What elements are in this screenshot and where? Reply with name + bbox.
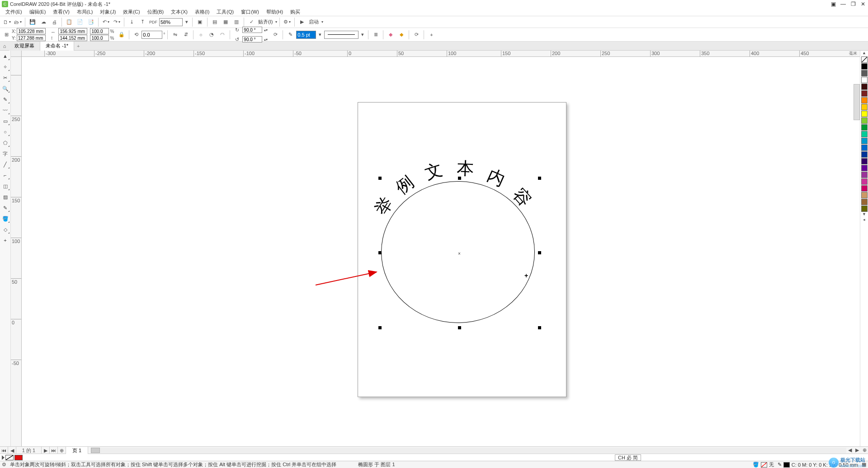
selection-handle-se[interactable] <box>538 326 541 329</box>
palette-swatch[interactable] <box>861 77 868 83</box>
palette-swatch[interactable] <box>861 165 868 171</box>
artistic-media-tool[interactable]: 〰 <box>1 106 10 115</box>
fill-tool[interactable]: 🪣 <box>1 214 10 223</box>
canvas[interactable]: 举例文本内容 × + <box>22 57 860 446</box>
palette-swatch[interactable] <box>861 63 868 70</box>
start-angle-input[interactable] <box>242 27 262 33</box>
height-input[interactable] <box>58 35 87 41</box>
palette-swatch[interactable] <box>861 97 868 103</box>
pdf-button[interactable]: PDF <box>148 17 158 27</box>
horizontal-ruler[interactable]: -300-250-200-150-100-5005010015020025030… <box>22 51 860 57</box>
menu-table[interactable]: 表格(I) <box>191 9 213 15</box>
palette-swatch[interactable] <box>861 138 868 144</box>
palette-swatch[interactable] <box>861 178 868 185</box>
palette-flyout-button[interactable]: ◂ <box>861 217 868 223</box>
launch-label[interactable]: 启动 <box>308 19 320 25</box>
palette-none-swatch[interactable] <box>861 56 868 63</box>
palette-swatch[interactable] <box>861 104 868 110</box>
ime-indicator[interactable]: CH 必 简 <box>615 454 641 461</box>
shape-tool[interactable]: ✧ <box>1 62 10 71</box>
outline-tool[interactable]: ◇ <box>1 225 10 234</box>
transparency-tool[interactable]: ▨ <box>1 192 10 201</box>
copy-button[interactable]: 📋 <box>64 17 74 27</box>
mirror-v-button[interactable]: ⇵ <box>181 30 191 40</box>
palette-swatch[interactable] <box>861 131 868 137</box>
to-back-button[interactable]: ◆ <box>396 30 406 40</box>
paste-button[interactable]: 📄 <box>75 17 85 27</box>
hscroll-thumb[interactable] <box>91 448 100 453</box>
launch-icon[interactable]: ▶ <box>297 17 307 27</box>
redo-button[interactable]: ↷▾ <box>112 17 122 27</box>
outline-width-dropdown[interactable]: ▾ <box>317 30 323 40</box>
vertical-scrollbar[interactable] <box>854 84 860 120</box>
swap-angles-button[interactable]: ⟳ <box>270 30 280 40</box>
page-next-button[interactable]: ▶ <box>42 447 50 454</box>
selection-handle-e[interactable] <box>538 251 541 254</box>
x-input[interactable] <box>17 28 46 34</box>
menu-bitmaps[interactable]: 位图(B) <box>144 9 168 15</box>
hscroll-right[interactable]: ▶ <box>854 447 861 453</box>
outline-style-dropdown[interactable] <box>324 31 359 39</box>
wrap-text-button[interactable]: ≣ <box>371 30 381 40</box>
menu-effects[interactable]: 效果(C) <box>119 9 143 15</box>
fill-none-swatch[interactable] <box>5 455 14 460</box>
palette-swatch[interactable] <box>861 145 868 151</box>
selection-handle-s[interactable] <box>458 326 461 329</box>
rectangle-tool[interactable]: ▭ <box>1 117 10 126</box>
color-flyout-button[interactable] <box>2 455 5 460</box>
page-first-button[interactable]: ⏮ <box>0 447 8 454</box>
palette-swatch[interactable] <box>861 199 868 205</box>
end-angle-input[interactable] <box>242 36 262 42</box>
scale-x-input[interactable] <box>90 28 109 34</box>
ellipse-tool[interactable]: ○ <box>1 127 10 136</box>
status-gear-icon[interactable]: ⚙ <box>2 462 6 468</box>
home-tab-icon[interactable]: ⌂ <box>0 43 9 49</box>
menu-view[interactable]: 查看(V) <box>49 9 73 15</box>
palette-swatch[interactable] <box>861 151 868 158</box>
selection-handle-w[interactable] <box>378 251 382 254</box>
new-doc-button[interactable]: 🗋▾ <box>2 17 12 27</box>
convert-curves-button[interactable]: ⟳ <box>411 30 421 40</box>
scale-y-input[interactable] <box>90 35 109 41</box>
maximize-button[interactable]: ❐ <box>848 1 858 7</box>
zoom-tool[interactable]: 🔍 <box>1 84 10 93</box>
export-button[interactable]: ⤒ <box>137 17 147 27</box>
mirror-h-button[interactable]: ⇋ <box>170 30 180 40</box>
zoom-dropdown[interactable]: ▾ <box>184 17 190 27</box>
page-add-button[interactable]: ⊕ <box>58 447 66 454</box>
snap-label[interactable]: 贴齐(I) <box>257 19 274 25</box>
clipboard-button[interactable]: 📑 <box>86 17 96 27</box>
lock-ratio-button[interactable]: 🔒 <box>117 30 127 40</box>
close-button[interactable]: ✕ <box>858 1 868 7</box>
y-input[interactable] <box>17 35 46 41</box>
menu-help[interactable]: 帮助(H) <box>263 9 287 15</box>
minimize-button[interactable]: — <box>838 1 848 7</box>
tab-welcome[interactable]: 欢迎屏幕 <box>9 42 40 51</box>
palette-swatch[interactable] <box>861 192 868 198</box>
polygon-tool[interactable]: ⬠ <box>1 138 10 147</box>
selection-handle-nw[interactable] <box>378 177 382 180</box>
connector-tool[interactable]: ⌐ <box>1 171 10 180</box>
palette-swatch[interactable] <box>861 158 868 164</box>
selection-handle-ne[interactable] <box>538 177 541 180</box>
options-button[interactable]: ⚙▾ <box>282 17 292 27</box>
grid-button[interactable]: ▦ <box>221 17 231 27</box>
width-input[interactable] <box>58 28 87 34</box>
snap-dropdown[interactable]: ▾ <box>274 20 277 24</box>
palette-swatch[interactable] <box>861 124 868 131</box>
outline-width-input[interactable] <box>296 31 316 39</box>
zoom-input[interactable] <box>159 18 183 26</box>
angle-stepper[interactable]: ▴▾ <box>263 37 268 42</box>
palette-swatch[interactable] <box>861 172 868 178</box>
print-button[interactable]: 🖨 <box>49 17 59 27</box>
launch-dropdown[interactable]: ▾ <box>321 20 323 24</box>
eyedropper-tool[interactable]: ✎ <box>1 203 10 212</box>
page-last-button[interactable]: ⏭ <box>50 447 58 454</box>
text-tool[interactable]: 字 <box>1 149 10 158</box>
menu-window[interactable]: 窗口(W) <box>237 9 263 15</box>
add-property-button[interactable]: + <box>426 30 436 40</box>
palette-up-button[interactable]: ▲ <box>861 51 868 56</box>
palette-down-button[interactable]: ▼ <box>861 212 868 217</box>
menu-text[interactable]: 文本(X) <box>167 9 191 15</box>
status-fill-indicator[interactable]: 🪣 无 <box>753 461 774 468</box>
